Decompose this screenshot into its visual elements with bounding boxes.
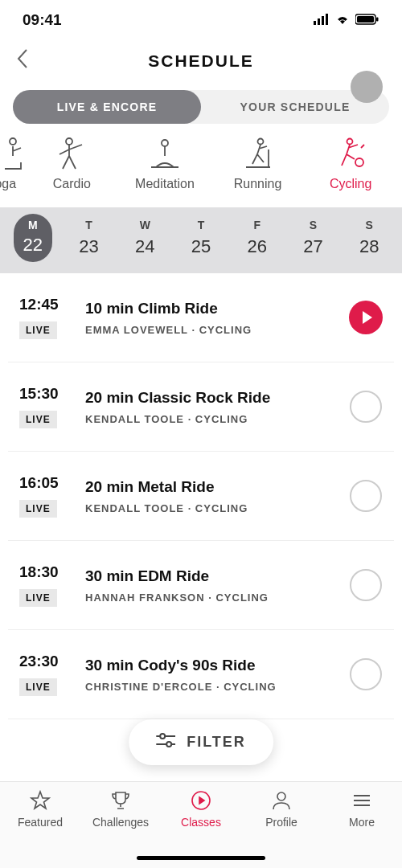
- svg-rect-5: [357, 16, 374, 23]
- day-number: 25: [191, 236, 211, 257]
- svg-rect-3: [326, 14, 328, 25]
- svg-point-18: [277, 792, 285, 800]
- day-letter: S: [310, 219, 317, 231]
- tab-featured[interactable]: Featured: [4, 790, 76, 868]
- class-row[interactable]: 23:30 LIVE 30 min Cody's 90s Ride CHRIST…: [8, 630, 394, 719]
- yoga-icon: [0, 137, 23, 170]
- day-number: 22: [23, 235, 43, 256]
- day-thu[interactable]: T 25: [173, 219, 229, 262]
- filter-label: FILTER: [187, 734, 246, 751]
- svg-point-11: [347, 139, 353, 145]
- tab-label: Featured: [18, 816, 63, 829]
- tab-more[interactable]: More: [326, 790, 398, 868]
- class-row[interactable]: 15:30 LIVE 20 min Classic Rock Ride KEND…: [8, 362, 394, 452]
- select-circle[interactable]: [350, 569, 382, 601]
- svg-rect-1: [318, 18, 320, 25]
- select-circle[interactable]: [350, 658, 382, 690]
- header: SCHEDULE: [0, 35, 402, 84]
- select-circle[interactable]: [350, 391, 382, 423]
- cellular-icon: [314, 11, 330, 29]
- live-badge: LIVE: [19, 500, 57, 518]
- running-icon: [241, 137, 275, 170]
- category-label: Cycling: [330, 177, 371, 191]
- class-time: 18:30: [19, 563, 59, 581]
- live-badge: LIVE: [19, 321, 57, 339]
- category-label: oga: [0, 177, 16, 191]
- day-letter: T: [85, 219, 92, 231]
- day-number: 26: [247, 236, 266, 257]
- live-badge: LIVE: [19, 678, 57, 696]
- play-circle-icon: [191, 790, 211, 811]
- tab-label: Challenges: [92, 816, 149, 829]
- svg-point-10: [257, 139, 263, 145]
- day-sun[interactable]: S 28: [341, 219, 397, 262]
- status-time: 09:41: [23, 11, 62, 29]
- class-subtitle: CHRISTINE D'ERCOLE · CYCLING: [85, 681, 333, 693]
- menu-icon: [351, 790, 372, 811]
- star-icon: [30, 790, 51, 811]
- tab-label: Profile: [265, 816, 297, 829]
- avatar[interactable]: [351, 71, 383, 103]
- category-yoga[interactable]: oga: [0, 137, 22, 191]
- battery-icon: [355, 11, 379, 29]
- svg-point-7: [10, 138, 16, 145]
- day-letter: F: [253, 219, 260, 231]
- class-title: 30 min EDM Ride: [85, 567, 333, 585]
- day-letter: T: [198, 219, 205, 231]
- category-label: Meditation: [135, 177, 195, 191]
- svg-point-8: [66, 138, 72, 145]
- class-time: 23:30: [19, 653, 59, 670]
- class-time: 12:45: [19, 296, 59, 313]
- day-wed[interactable]: W 24: [117, 219, 173, 262]
- tab-live-encore[interactable]: LIVE & ENCORE: [13, 90, 201, 124]
- day-fri[interactable]: F 26: [229, 219, 285, 262]
- tab-label: Classes: [181, 816, 221, 829]
- class-list: 12:45 LIVE 10 min Climb Ride EMMA LOVEWE…: [8, 273, 394, 719]
- home-indicator[interactable]: [137, 856, 265, 860]
- class-subtitle: KENDALL TOOLE · CYCLING: [85, 502, 333, 514]
- class-title: 10 min Climb Ride: [85, 300, 333, 317]
- select-circle[interactable]: [350, 480, 382, 512]
- svg-point-9: [162, 140, 168, 146]
- day-number: 24: [135, 236, 154, 257]
- day-tue[interactable]: T 23: [61, 219, 117, 262]
- class-row[interactable]: 16:05 LIVE 20 min Metal Ride KENDALL TOO…: [8, 452, 394, 541]
- status-icons: [314, 11, 379, 29]
- page-title: SCHEDULE: [0, 51, 402, 71]
- category-meditation[interactable]: Meditation: [122, 137, 207, 191]
- category-cycling[interactable]: Cycling: [308, 137, 393, 191]
- class-time: 16:05: [19, 474, 59, 492]
- day-sat[interactable]: S 27: [285, 219, 342, 262]
- wifi-icon: [334, 11, 351, 29]
- day-number: 27: [303, 236, 322, 257]
- profile-icon: [271, 790, 292, 811]
- day-letter: W: [140, 219, 150, 231]
- class-title: 20 min Metal Ride: [85, 478, 333, 496]
- class-row[interactable]: 12:45 LIVE 10 min Climb Ride EMMA LOVEWE…: [8, 273, 394, 362]
- class-subtitle: KENDALL TOOLE · CYCLING: [85, 413, 333, 425]
- cardio-icon: [55, 137, 88, 170]
- svg-point-12: [355, 158, 363, 166]
- category-label: Running: [234, 177, 282, 191]
- category-strip[interactable]: oga Cardio Meditation Running Cycling: [0, 137, 402, 207]
- svg-rect-2: [322, 16, 324, 25]
- class-subtitle: HANNAH FRANKSON · CYCLING: [85, 592, 333, 604]
- filter-icon: [156, 732, 175, 752]
- play-button[interactable]: [349, 301, 383, 334]
- svg-point-14: [160, 734, 165, 739]
- day-mon[interactable]: M 22: [5, 219, 61, 262]
- back-button[interactable]: [16, 48, 29, 75]
- meditation-icon: [148, 137, 182, 170]
- class-title: 30 min Cody's 90s Ride: [85, 657, 333, 674]
- cycling-icon: [334, 137, 367, 170]
- svg-rect-6: [376, 18, 379, 22]
- class-time: 15:30: [19, 385, 59, 403]
- svg-point-16: [166, 742, 171, 747]
- filter-button[interactable]: FILTER: [129, 719, 273, 765]
- category-cardio[interactable]: Cardio: [29, 137, 114, 191]
- category-running[interactable]: Running: [215, 137, 301, 191]
- status-bar: 09:41: [0, 0, 402, 35]
- tab-bar: Featured Challenges Classes Profile More: [0, 781, 402, 868]
- class-row[interactable]: 18:30 LIVE 30 min EDM Ride HANNAH FRANKS…: [8, 541, 394, 630]
- day-letter: S: [366, 219, 373, 231]
